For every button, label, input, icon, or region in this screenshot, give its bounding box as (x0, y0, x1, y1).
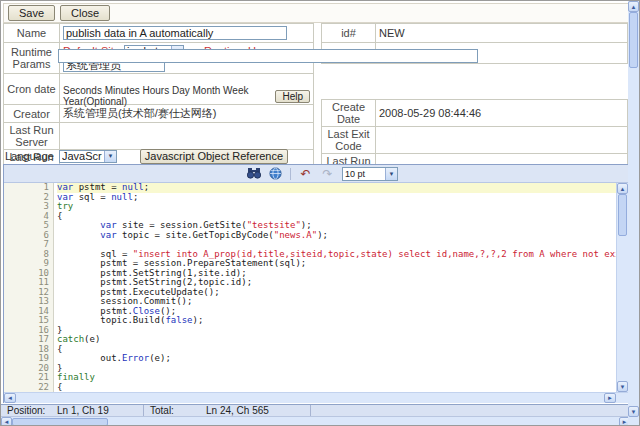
help-button[interactable]: Help (275, 90, 310, 103)
right-spacer-row (322, 64, 628, 100)
line-number: 6 (4, 231, 49, 241)
page-horizontal-scrollbar[interactable]: ◄ ► (1, 417, 630, 426)
globe-refresh-icon[interactable] (268, 167, 283, 181)
chevron-down-icon: ▼ (104, 151, 116, 162)
scrollbar-corner (628, 417, 639, 426)
code-line[interactable]: } (57, 326, 616, 336)
code-line[interactable]: try (57, 202, 616, 212)
undo-icon[interactable]: ↶ (298, 167, 313, 181)
scroll-down-icon[interactable]: ▼ (617, 381, 628, 392)
statusbar-divider (310, 405, 311, 416)
language-row: Language JavaScript ▼ Javascript Object … (5, 148, 629, 164)
scroll-up-icon[interactable]: ▲ (617, 183, 628, 194)
last-run-server-row: Last Run Server (4, 123, 314, 150)
line-number: 5 (4, 221, 49, 231)
language-select[interactable]: JavaScript ▼ (59, 150, 117, 163)
last-run-server-label: Last Run Server (4, 123, 60, 150)
toolbar-separator (290, 168, 291, 180)
code-line[interactable]: var topic = site.GetTopicByCode("news.A"… (57, 231, 616, 241)
position-label: Position: (1, 405, 51, 416)
editor-code[interactable]: var pstmt = null;var sql = null;try{ var… (54, 183, 616, 392)
cron-cell: Seconds Minutes Hours Day Month Week Yea… (60, 74, 314, 105)
code-editor: ↶ ↷ 10 pt ▼ 1234567891011121314151617181… (3, 164, 629, 403)
creator-value: 系统管理员(技术部/赛仕达网络) (60, 105, 314, 123)
total-label: Total: (144, 405, 200, 416)
line-number: 1 (4, 183, 49, 193)
scroll-right-icon[interactable]: ► (604, 393, 616, 403)
language-label: Language (5, 150, 54, 162)
editor-gutter: 12345678910111213141516171819202122 (4, 183, 54, 392)
editor-vertical-scrollbar[interactable]: ▲ ▼ (616, 183, 628, 392)
id-row: id# NEW (322, 24, 628, 43)
line-number: 4 (4, 212, 49, 222)
scroll-left-icon[interactable]: ◄ (4, 393, 16, 403)
scrollbar-thumb[interactable] (618, 194, 627, 236)
name-cell (60, 24, 314, 43)
create-date-row: Create Date 2008-05-29 08:44:46 (322, 100, 628, 127)
code-line[interactable]: out.Error(e); (57, 354, 616, 364)
create-date-label: Create Date (322, 100, 376, 127)
editor-statusbar: Position: Ln 1, Ch 19 Total: Ln 24, Ch 5… (1, 404, 630, 417)
position-value: Ln 1, Ch 19 (51, 405, 143, 416)
page-vertical-scrollbar[interactable]: ▲ ▼ (628, 1, 639, 417)
job-editor-page: { "colors": { "required_label_red": "#cc… (0, 0, 640, 426)
id-value: NEW (376, 24, 628, 43)
code-line[interactable]: var pstmt = null; (57, 183, 616, 193)
editor-toolbar: ↶ ↷ 10 pt ▼ (4, 165, 628, 183)
last-run-server-value (60, 123, 314, 150)
line-number: 8 (4, 250, 49, 260)
creator-label: Creator (4, 105, 60, 123)
job-form: Name Runtime Params Default Site jwebsta… (1, 1, 640, 149)
scrollbar-thumb[interactable] (12, 418, 108, 426)
line-number: 3 (4, 202, 49, 212)
line-number: 22 (4, 383, 49, 393)
editor-horizontal-scrollbar[interactable]: ◄ ► (4, 392, 628, 403)
cron-date-label: Cron date (4, 74, 60, 105)
code-line[interactable]: } (57, 364, 616, 374)
code-line[interactable]: topic.Build(false); (57, 316, 616, 326)
name-input[interactable] (63, 26, 287, 40)
line-number: 7 (4, 240, 49, 250)
cron-hint-text: Seconds Minutes Hours Day Month Week Yea… (63, 85, 269, 107)
code-line[interactable]: var sql = null; (57, 193, 616, 203)
line-number: 2 (4, 193, 49, 203)
id-label: id# (322, 24, 376, 43)
code-line[interactable]: finally (57, 373, 616, 383)
chevron-down-icon: ▼ (385, 168, 397, 180)
scrollbar-thumb[interactable] (629, 12, 638, 68)
scroll-left-icon[interactable]: ◄ (1, 417, 12, 426)
cron-row: Cron date Seconds Minutes Hours Day Mont… (4, 74, 314, 105)
total-value: Ln 24, Ch 565 (200, 405, 310, 416)
scroll-down-icon[interactable]: ▼ (628, 406, 639, 417)
runtime-params-label: Runtime Params (4, 43, 60, 74)
find-icon[interactable] (246, 167, 261, 181)
javascript-object-reference-button[interactable]: Javascript Object Reference (140, 149, 288, 164)
name-row: Name (4, 24, 314, 43)
cron-date-input[interactable] (58, 49, 478, 63)
redo-icon: ↷ (320, 167, 335, 181)
code-line[interactable]: catch(e) (57, 335, 616, 345)
name-label: Name (4, 24, 60, 43)
scroll-up-icon[interactable]: ▲ (628, 1, 639, 12)
font-size-select[interactable]: 10 pt ▼ (342, 167, 398, 181)
code-line[interactable]: { (57, 383, 616, 393)
editor-body: 12345678910111213141516171819202122 var … (4, 183, 628, 392)
create-date-value: 2008-05-29 08:44:46 (376, 100, 628, 127)
creator-row: Creator 系统管理员(技术部/赛仕达网络) (4, 105, 314, 123)
